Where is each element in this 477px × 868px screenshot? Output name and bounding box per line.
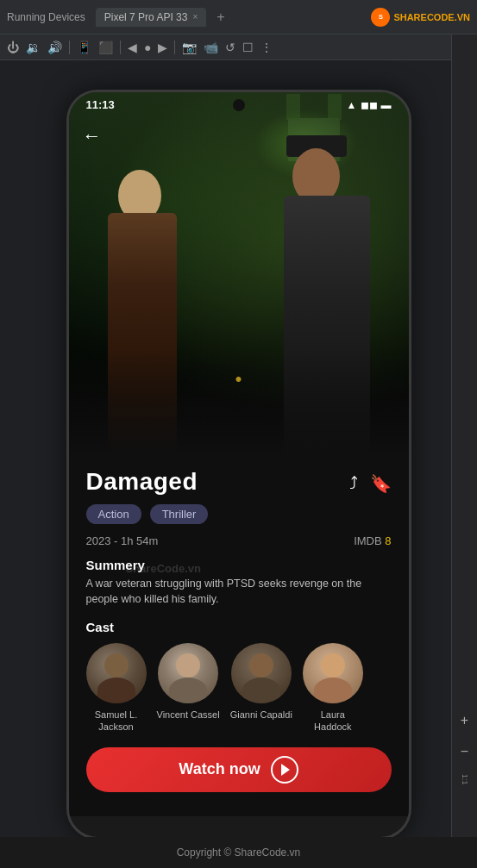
movie-year-duration: 2023 - 1h 54m xyxy=(86,534,159,547)
cast-heading: Cast xyxy=(86,620,392,634)
toolbar-separator-2 xyxy=(120,41,121,54)
cast-name-vincent: Vincent Cassel xyxy=(157,709,220,721)
share-icon[interactable]: ⤴ xyxy=(349,473,358,494)
phone-icon[interactable]: 📱 xyxy=(77,41,91,54)
tab-close-icon[interactable]: × xyxy=(192,12,198,22)
play-circle-icon xyxy=(271,756,298,784)
summary-section: Summery A war veteran struggling with PT… xyxy=(86,558,392,609)
zoom-in-button[interactable]: + xyxy=(456,712,474,729)
sharecode-logo: S SHARECODE.VN xyxy=(371,8,470,27)
top-bar-left: Running Devices Pixel 7 Pro API 33 × + xyxy=(7,8,364,27)
cast-section: Cast Samuel L.Jackson xyxy=(86,620,392,734)
back-nav-icon[interactable]: ◀ xyxy=(128,41,137,54)
home-nav-icon[interactable]: ● xyxy=(144,41,151,54)
play-triangle-icon xyxy=(281,764,290,776)
toolbar-separator-3 xyxy=(174,41,175,54)
cast-avatar-laura xyxy=(303,643,363,703)
cast-name-samuel: Samuel L.Jackson xyxy=(95,709,138,734)
camera-notch xyxy=(233,99,245,111)
copyright-bar: Copyright © ShareCode.vn xyxy=(0,837,477,868)
sharecode-text: SHARECODE.VN xyxy=(393,12,470,22)
cast-list: Samuel L.Jackson Vincent Cassel xyxy=(86,643,392,734)
summary-text: A war veteran struggling with PTSD seeks… xyxy=(86,576,392,609)
imdb-score: IMDB 8 xyxy=(354,534,391,547)
movie-info-section: Damaged ⤴ 🔖 ShareCode.vn Action Thriller xyxy=(69,454,409,816)
running-devices-label: Running Devices xyxy=(7,11,85,23)
cast-name-gianni: Gianni Capaldi xyxy=(230,709,292,721)
layout-icon[interactable]: ⬛ xyxy=(98,41,113,54)
bookmark-icon[interactable]: 🔖 xyxy=(370,473,392,494)
volume-up-icon[interactable]: 🔊 xyxy=(47,41,62,54)
fullscreen-icon[interactable]: ☐ xyxy=(242,41,254,54)
phone-device: 11:13 ▲ ◼◼ ▬ xyxy=(66,90,411,840)
watch-now-label: Watch now xyxy=(179,760,260,778)
toolbar-separator xyxy=(69,41,70,54)
movie-meta: 2023 - 1h 54m IMDB 8 xyxy=(86,534,392,547)
movie-actions: ⤴ 🔖 xyxy=(349,473,392,494)
top-bar-right: S SHARECODE.VN xyxy=(371,8,470,27)
recents-nav-icon[interactable]: ▶ xyxy=(158,41,167,54)
cast-member-samuel[interactable]: Samuel L.Jackson xyxy=(86,643,147,734)
copyright-text: Copyright © ShareCode.vn xyxy=(177,846,301,859)
wifi-icon: ▲ xyxy=(347,99,357,111)
sharecode-badge-icon: S xyxy=(371,8,390,27)
pixel-tab[interactable]: Pixel 7 Pro API 33 × xyxy=(96,8,207,27)
cast-avatar-gianni xyxy=(231,643,292,703)
top-bar: Running Devices Pixel 7 Pro API 33 × + S… xyxy=(0,0,477,34)
hero-gradient-overlay xyxy=(69,351,409,454)
toolbar: ⏻ 🔉 🔊 📱 ⬛ ◀ ● ▶ 📷 📹 ↺ ☐ ⋮ xyxy=(0,34,477,60)
phone-container: 11:13 ▲ ◼◼ ▬ xyxy=(0,60,477,868)
back-button[interactable]: ← xyxy=(83,125,102,147)
cast-member-gianni[interactable]: Gianni Capaldi xyxy=(230,643,292,734)
cast-avatar-samuel xyxy=(86,643,147,703)
genre-tags: Action Thriller xyxy=(86,504,392,524)
cast-member-laura[interactable]: LauraHaddock xyxy=(303,643,363,734)
movie-header: Damaged ⤴ 🔖 xyxy=(86,468,392,496)
movie-hero: ● ← xyxy=(69,92,409,454)
movie-title: Damaged xyxy=(86,468,198,496)
more-icon[interactable]: ⋮ xyxy=(260,41,273,54)
summary-heading: Summery xyxy=(86,558,392,572)
volume-down-icon[interactable]: 🔉 xyxy=(26,41,41,54)
video-icon[interactable]: 📹 xyxy=(204,41,218,54)
camera-icon[interactable]: 📷 xyxy=(182,41,197,54)
tab-label: Pixel 7 Pro API 33 xyxy=(104,11,188,23)
scale-ratio-label: 1:1 xyxy=(461,774,469,785)
zoom-out-button[interactable]: − xyxy=(456,743,474,760)
genre-thriller[interactable]: Thriller xyxy=(150,504,209,524)
rotate-icon[interactable]: ↺ xyxy=(225,41,235,54)
cast-name-laura: LauraHaddock xyxy=(314,709,351,734)
add-tab-button[interactable]: + xyxy=(217,9,224,25)
main-area: 11:13 ▲ ◼◼ ▬ xyxy=(0,60,477,868)
cast-avatar-vincent xyxy=(158,643,218,703)
cast-member-vincent[interactable]: Vincent Cassel xyxy=(157,643,220,734)
status-time: 11:13 xyxy=(86,98,115,111)
battery-icon: ▬ xyxy=(381,99,392,111)
status-icons: ▲ ◼◼ ▬ xyxy=(347,99,392,111)
genre-action[interactable]: Action xyxy=(86,504,141,524)
signal-icon: ◼◼ xyxy=(361,99,378,111)
watch-now-button[interactable]: Watch now xyxy=(86,747,392,792)
scale-panel: + − 1:1 xyxy=(451,34,477,837)
power-icon[interactable]: ⏻ xyxy=(7,41,19,54)
